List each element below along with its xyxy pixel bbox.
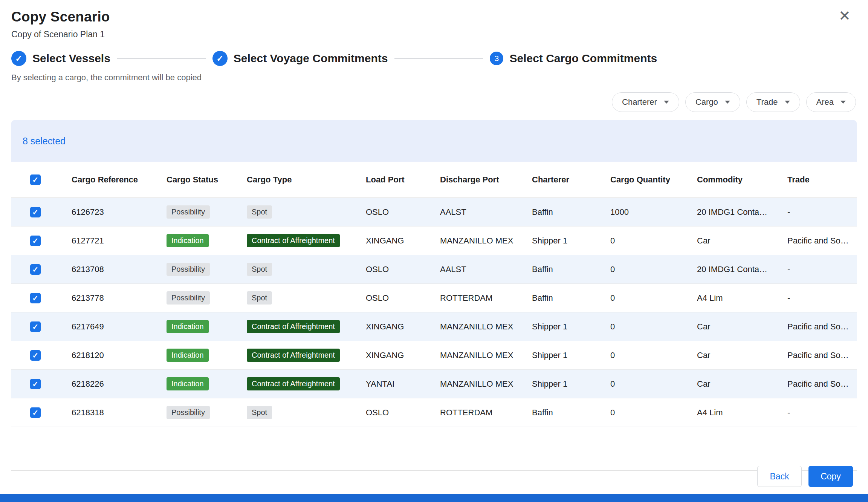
row-checkbox[interactable] xyxy=(30,264,41,275)
commodity-value: Car xyxy=(697,322,787,332)
trade-value: Pacific and So… xyxy=(787,322,857,332)
step-select-cargo-commitments[interactable]: 3 Select Cargo Commitments xyxy=(490,52,657,65)
cargo-quantity-value: 0 xyxy=(610,350,697,360)
row-checkbox[interactable] xyxy=(30,236,41,246)
table-row[interactable]: 6213778 Possibility Spot OSLO ROTTERDAM … xyxy=(11,284,857,312)
back-button[interactable]: Back xyxy=(757,466,802,487)
filter-label: Trade xyxy=(756,97,778,107)
table-row[interactable]: 6218226 Indication Contract of Affreight… xyxy=(11,370,857,398)
discharge-port-value: AALST xyxy=(440,207,532,217)
charterer-value: Shipper 1 xyxy=(532,350,610,360)
step-select-vessels[interactable]: Select Vessels xyxy=(11,51,110,66)
chevron-down-icon xyxy=(664,101,669,104)
column-header-charterer: Charterer xyxy=(532,174,610,185)
column-header-commodity: Commodity xyxy=(697,174,787,185)
commodity-value: Car xyxy=(697,350,787,360)
table-row[interactable]: 6218318 Possibility Spot OSLO ROTTERDAM … xyxy=(11,398,857,427)
step-connector xyxy=(117,58,206,59)
discharge-port-value: MANZANILLO MEX xyxy=(440,350,532,360)
row-checkbox[interactable] xyxy=(30,321,41,332)
load-port-value: OSLO xyxy=(366,265,440,274)
trade-value: Pacific and So… xyxy=(787,236,857,246)
table-row[interactable]: 6126723 Possibility Spot OSLO AALST Baff… xyxy=(11,198,857,227)
charterer-value: Baffin xyxy=(532,207,610,217)
step-select-voyage-commitments[interactable]: Select Voyage Commitments xyxy=(212,51,388,66)
filter-trade[interactable]: Trade xyxy=(746,92,800,112)
page-subtitle: Copy of Scenario Plan 1 xyxy=(11,29,853,40)
cargo-reference-value: 6218120 xyxy=(72,350,167,360)
cargo-type-badge: Spot xyxy=(247,263,272,276)
cargo-quantity-value: 0 xyxy=(610,379,697,389)
row-checkbox[interactable] xyxy=(30,293,41,303)
cargo-status-badge: Indication xyxy=(167,320,209,333)
column-header-cargo-quantity: Cargo Quantity xyxy=(610,174,697,185)
trade-value: - xyxy=(787,265,857,274)
bottom-accent-strip xyxy=(0,494,868,502)
charterer-value: Shipper 1 xyxy=(532,322,610,332)
filter-bar: Charterer Cargo Trade Area xyxy=(0,92,856,112)
cargo-type-badge: Spot xyxy=(247,291,272,305)
select-all-checkbox[interactable] xyxy=(30,174,41,185)
cargo-type-badge: Contract of Affreightment xyxy=(247,377,340,390)
table-row[interactable]: 6217649 Indication Contract of Affreight… xyxy=(11,312,857,341)
table-header-row: Cargo Reference Cargo Status Cargo Type … xyxy=(11,162,857,198)
charterer-value: Shipper 1 xyxy=(532,379,610,389)
column-header-cargo-type: Cargo Type xyxy=(247,174,366,185)
load-port-value: OSLO xyxy=(366,207,440,217)
column-header-cargo-status: Cargo Status xyxy=(167,174,247,185)
cargo-reference-value: 6126723 xyxy=(72,207,167,217)
row-checkbox[interactable] xyxy=(30,350,41,361)
table-body: 6126723 Possibility Spot OSLO AALST Baff… xyxy=(11,198,857,427)
filter-charterer[interactable]: Charterer xyxy=(612,92,679,112)
column-header-trade: Trade xyxy=(787,174,857,185)
close-icon[interactable] xyxy=(836,7,854,25)
discharge-port-value: ROTTERDAM xyxy=(440,293,532,303)
row-checkbox[interactable] xyxy=(30,207,41,217)
charterer-value: Baffin xyxy=(532,293,610,303)
commodity-value: A4 Lim xyxy=(697,293,787,303)
step-label: Select Vessels xyxy=(32,52,110,65)
cargo-table: 8 selected Cargo Reference Cargo Status … xyxy=(11,120,857,471)
helper-text: By selecting a cargo, the commitment wil… xyxy=(11,73,868,83)
cargo-type-badge: Contract of Affreightment xyxy=(247,234,340,247)
check-icon xyxy=(212,51,228,66)
charterer-value: Baffin xyxy=(532,265,610,274)
chevron-down-icon xyxy=(725,101,730,104)
cargo-quantity-value: 1000 xyxy=(610,207,697,217)
commodity-value: 20 IMDG1 Conta… xyxy=(697,265,787,274)
filter-area[interactable]: Area xyxy=(806,92,856,112)
row-checkbox[interactable] xyxy=(30,379,41,389)
load-port-value: OSLO xyxy=(366,293,440,303)
cargo-quantity-value: 0 xyxy=(610,293,697,303)
discharge-port-value: AALST xyxy=(440,265,532,274)
cargo-quantity-value: 0 xyxy=(610,322,697,332)
cargo-status-badge: Indication xyxy=(167,377,209,390)
table-row[interactable]: 6213708 Possibility Spot OSLO AALST Baff… xyxy=(11,255,857,284)
cargo-status-badge: Possibility xyxy=(167,291,210,305)
cargo-reference-value: 6213708 xyxy=(72,265,167,274)
cargo-type-badge: Contract of Affreightment xyxy=(247,349,340,362)
table-row[interactable]: 6127721 Indication Contract of Affreight… xyxy=(11,227,857,255)
cargo-reference-value: 6218318 xyxy=(72,408,167,418)
trade-value: Pacific and So… xyxy=(787,379,857,389)
step-number-badge: 3 xyxy=(490,52,503,65)
cargo-reference-value: 6218226 xyxy=(72,379,167,389)
commodity-value: 20 IMDG1 Conta… xyxy=(697,207,787,217)
commodity-value: Car xyxy=(697,236,787,246)
row-checkbox[interactable] xyxy=(30,407,41,418)
commodity-value: Car xyxy=(697,379,787,389)
table-row[interactable]: 6218120 Indication Contract of Affreight… xyxy=(11,341,857,370)
filter-label: Area xyxy=(816,97,834,107)
column-header-load-port: Load Port xyxy=(366,174,440,185)
load-port-value: YANTAI xyxy=(366,379,440,389)
discharge-port-value: MANZANILLO MEX xyxy=(440,379,532,389)
filter-cargo[interactable]: Cargo xyxy=(685,92,740,112)
cargo-status-badge: Possibility xyxy=(167,406,210,419)
load-port-value: XINGANG xyxy=(366,322,440,332)
load-port-value: XINGANG xyxy=(366,236,440,246)
page-title: Copy Scenario xyxy=(11,9,853,25)
cargo-status-badge: Indication xyxy=(167,234,209,247)
discharge-port-value: ROTTERDAM xyxy=(440,408,532,418)
filter-label: Cargo xyxy=(695,97,718,107)
copy-button[interactable]: Copy xyxy=(808,466,853,487)
